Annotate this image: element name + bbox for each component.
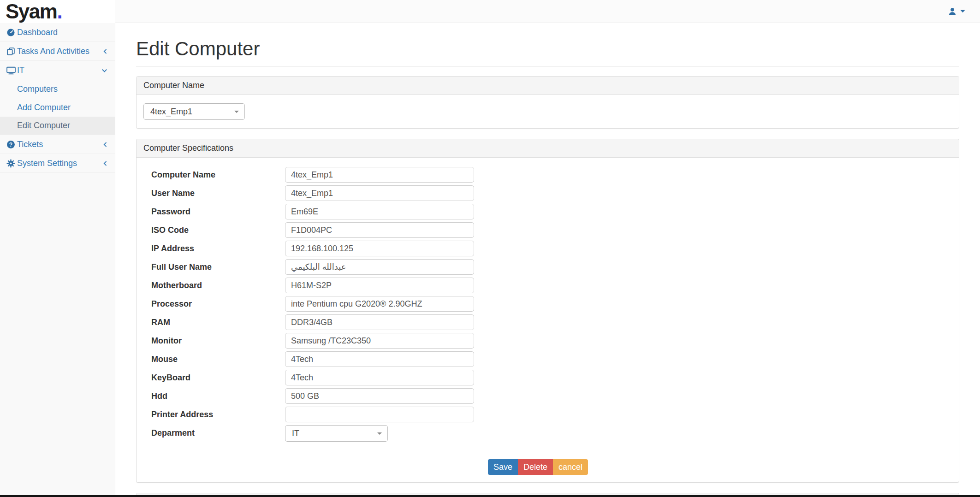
- computer-name-select-value: 4tex_Emp1: [150, 107, 234, 117]
- sidebar-item-label: Tickets: [17, 140, 103, 149]
- field-input-motherboard[interactable]: [285, 278, 474, 293]
- form-row-user-name: User Name: [143, 185, 952, 201]
- field-label-printer-address: Printer Address: [143, 407, 285, 420]
- user-menu[interactable]: [948, 7, 965, 16]
- computer-name-panel: Computer Name 4tex_Emp1: [136, 76, 959, 129]
- main-content: Edit Computer Computer Name 4tex_Emp1 Co…: [115, 23, 980, 497]
- chevron-left-icon: [103, 142, 107, 148]
- computer-name-select[interactable]: 4tex_Emp1: [143, 103, 245, 120]
- form-row-keyboard: KeyBoard: [143, 370, 952, 385]
- chevron-left-icon: [103, 48, 107, 54]
- form-row-ram: RAM: [143, 314, 952, 330]
- form-row-motherboard: Motherboard: [143, 278, 952, 293]
- field-label-keyboard: KeyBoard: [143, 370, 285, 383]
- user-icon: [948, 7, 957, 16]
- field-input-ram[interactable]: [285, 314, 474, 330]
- specifications-panel-header: Computer Specifications: [137, 139, 959, 158]
- field-input-mouse[interactable]: [285, 351, 474, 367]
- field-input-printer-address[interactable]: [285, 407, 474, 422]
- form-row-deparment: DeparmentIT: [143, 425, 952, 442]
- field-input-user-name[interactable]: [285, 185, 474, 201]
- computer-name-panel-header: Computer Name: [137, 77, 959, 95]
- field-input-hdd[interactable]: [285, 388, 474, 404]
- sidebar-item-dashboard[interactable]: Dashboard: [0, 23, 115, 42]
- sidebar-item-label: IT: [17, 65, 101, 75]
- chevron-left-icon: [103, 160, 107, 166]
- form-row-monitor: Monitor: [143, 333, 952, 349]
- form-row-printer-address: Printer Address: [143, 407, 952, 422]
- form-row-ip-address: IP Address: [143, 241, 952, 256]
- field-label-motherboard: Motherboard: [143, 278, 285, 290]
- field-label-ip-address: IP Address: [143, 241, 285, 254]
- save-button[interactable]: Save: [488, 459, 518, 475]
- field-input-keyboard[interactable]: [285, 370, 474, 385]
- logo[interactable]: Syam.: [0, 0, 115, 23]
- dashboard-icon: [6, 28, 17, 37]
- field-input-computer-name[interactable]: [285, 167, 474, 183]
- gear-icon: [6, 159, 17, 168]
- field-label-user-name: User Name: [143, 185, 285, 198]
- sidebar-item-label: Tasks And Activities: [17, 47, 103, 56]
- sidebar-item-system-settings[interactable]: System Settings: [0, 154, 115, 173]
- form-row-iso-code: ISO Code: [143, 222, 952, 238]
- computer-name-panel-body: 4tex_Emp1: [137, 95, 959, 128]
- top-header: Syam.: [0, 0, 980, 23]
- field-label-mouse: Mouse: [143, 351, 285, 364]
- brand-name: Syam: [6, 0, 57, 23]
- sidebar-item-add-computer[interactable]: Add Computer: [0, 98, 115, 117]
- sidebar: DashboardTasks And ActivitiesITComputers…: [0, 23, 115, 497]
- brand-dot: .: [57, 0, 62, 23]
- field-input-monitor[interactable]: [285, 333, 474, 349]
- form-row-mouse: Mouse: [143, 351, 952, 367]
- field-label-password: Password: [143, 204, 285, 217]
- caret-down-icon: [960, 10, 965, 13]
- sidebar-item-tasks-and-activities[interactable]: Tasks And Activities: [0, 42, 115, 61]
- tasks-icon: [6, 47, 17, 56]
- department-select-value: IT: [292, 429, 377, 438]
- select-caret-icon: [234, 111, 239, 113]
- field-input-processor[interactable]: [285, 296, 474, 312]
- field-label-full-user-name: Full User Name: [143, 259, 285, 272]
- form-row-processor: Processor: [143, 296, 952, 312]
- field-input-full-user-name[interactable]: [285, 259, 474, 275]
- field-label-iso-code: ISO Code: [143, 222, 285, 235]
- svg-text:?: ?: [9, 141, 12, 148]
- chevron-down-icon: [101, 68, 107, 73]
- bottom-scroll-strip: [0, 495, 980, 497]
- form-row-hdd: Hdd: [143, 388, 952, 404]
- specifications-panel: Computer Specifications Computer NameUse…: [136, 139, 959, 483]
- title-divider: [136, 66, 959, 67]
- form-buttons: SaveDeletecancel: [488, 459, 952, 475]
- field-input-ip-address[interactable]: [285, 241, 474, 256]
- department-select[interactable]: IT: [285, 425, 388, 442]
- page-title: Edit Computer: [136, 38, 959, 60]
- sidebar-item-label: System Settings: [17, 159, 103, 168]
- sidebar-item-edit-computer[interactable]: Edit Computer: [0, 117, 115, 135]
- desktop-icon: [6, 66, 17, 75]
- field-input-iso-code[interactable]: [285, 222, 474, 238]
- form-row-full-user-name: Full User Name: [143, 259, 952, 275]
- question-icon: ?: [6, 140, 17, 149]
- sidebar-item-computers[interactable]: Computers: [0, 80, 115, 98]
- sidebar-item-label: Dashboard: [17, 28, 107, 37]
- field-input-password[interactable]: [285, 204, 474, 219]
- field-label-hdd: Hdd: [143, 388, 285, 401]
- field-label-ram: RAM: [143, 314, 285, 327]
- form-row-password: Password: [143, 204, 952, 219]
- sidebar-item-tickets[interactable]: ?Tickets: [0, 135, 115, 154]
- field-label-processor: Processor: [143, 296, 285, 309]
- field-label-monitor: Monitor: [143, 333, 285, 346]
- cancel-button[interactable]: cancel: [553, 459, 588, 475]
- navbar: [115, 0, 980, 23]
- select-caret-icon: [377, 432, 382, 435]
- field-label-computer-name: Computer Name: [143, 167, 285, 180]
- delete-button[interactable]: Delete: [518, 459, 553, 475]
- specifications-form: Computer NameUser NamePasswordISO CodeIP…: [137, 158, 959, 482]
- form-row-computer-name: Computer Name: [143, 167, 952, 183]
- sidebar-item-it[interactable]: IT: [0, 61, 115, 80]
- field-label-deparment: Deparment: [143, 425, 285, 438]
